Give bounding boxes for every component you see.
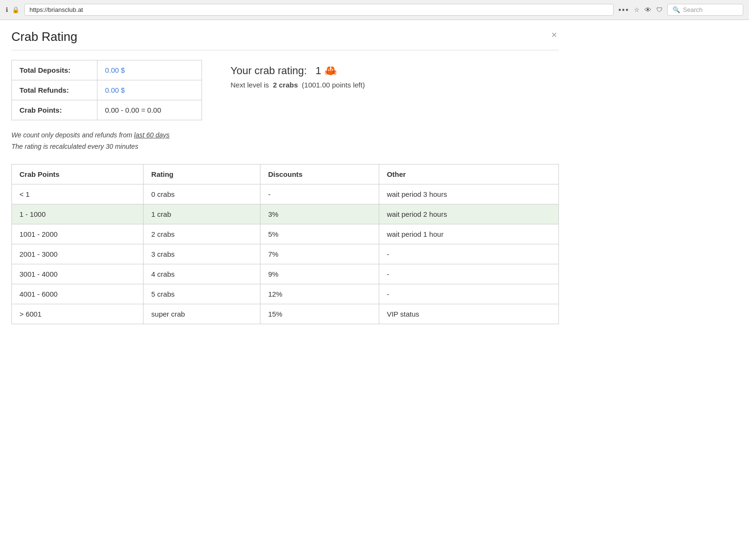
table-row: 3001 - 40004 crabs9%- [12, 264, 559, 284]
summary-value: 0.00 - 0.00 = 0.00 [97, 100, 202, 120]
table-cell-3: wait period 1 hour [379, 224, 558, 244]
col-header-points: Crab Points [12, 164, 144, 184]
table-cell-0: 1001 - 2000 [12, 224, 144, 244]
table-cell-2: 5% [260, 224, 379, 244]
table-cell-2: 9% [260, 264, 379, 284]
table-row: < 10 crabs-wait period 3 hours [12, 184, 559, 204]
page-title: Crab Rating [11, 29, 77, 44]
table-cell-1: 4 crabs [144, 264, 260, 284]
col-header-discounts: Discounts [260, 164, 379, 184]
note-line-1: We count only deposits and refunds from … [11, 130, 559, 141]
info-icon: ℹ [6, 6, 8, 13]
table-cell-2: - [260, 184, 379, 204]
eye-icon[interactable]: 👁 [644, 6, 652, 14]
shield-icon[interactable]: 🛡 [656, 6, 663, 13]
summary-row: Total Deposits:0.00 $ [12, 60, 202, 80]
rating-title: Your crab rating: 1 🦀 [230, 65, 365, 77]
last-60-days-link[interactable]: last 60 days [134, 131, 170, 139]
rating-number: 1 [316, 65, 321, 77]
table-cell-0: 1 - 1000 [12, 204, 144, 224]
table-cell-1: 1 crab [144, 204, 260, 224]
search-bar[interactable]: 🔍 Search [667, 4, 743, 16]
browser-icons-right: ••• ☆ 👁 🛡 [618, 6, 663, 14]
lock-icon: 🔒 [12, 6, 19, 13]
summary-value[interactable]: 0.00 $ [97, 60, 202, 80]
note-line-2: The rating is recalculated every 30 minu… [11, 141, 559, 153]
table-cell-0: 3001 - 4000 [12, 264, 144, 284]
table-cell-3: wait period 3 hours [379, 184, 558, 204]
rating-prefix: Your crab rating: [230, 65, 307, 77]
note-text-before: We count only deposits and refunds from [11, 131, 134, 139]
rating-display: Your crab rating: 1 🦀 Next level is 2 cr… [230, 60, 365, 120]
summary-label: Total Deposits: [12, 60, 97, 80]
col-header-other: Other [379, 164, 558, 184]
next-level-bold: 2 crabs [273, 81, 298, 89]
table-cell-0: < 1 [12, 184, 144, 204]
summary-label: Total Refunds: [12, 80, 97, 100]
summary-section: Total Deposits:0.00 $Total Refunds:0.00 … [11, 60, 559, 120]
table-cell-1: 3 crabs [144, 244, 260, 264]
browser-icons-left: ℹ 🔒 [6, 6, 19, 13]
table-cell-2: 15% [260, 304, 379, 324]
summary-label: Crab Points: [12, 100, 97, 120]
table-cell-3: wait period 2 hours [379, 204, 558, 224]
table-cell-2: 7% [260, 244, 379, 264]
page-header: Crab Rating × [11, 29, 559, 50]
table-cell-1: 2 crabs [144, 224, 260, 244]
table-cell-3: - [379, 284, 558, 304]
rating-subtitle: Next level is 2 crabs (1001.00 points le… [230, 81, 365, 89]
crab-rating-emoji: 🦀 [324, 65, 337, 77]
table-row: > 6001super crab15%VIP status [12, 304, 559, 324]
summary-row: Crab Points:0.00 - 0.00 = 0.00 [12, 100, 202, 120]
summary-value-link[interactable]: 0.00 $ [105, 86, 125, 94]
address-bar[interactable]: https://briansclub.at [24, 4, 614, 16]
summary-value-link[interactable]: 0.00 $ [105, 66, 125, 74]
table-cell-0: > 6001 [12, 304, 144, 324]
rating-table: Crab Points Rating Discounts Other < 10 … [11, 164, 559, 324]
table-row: 1 - 10001 crab3%wait period 2 hours [12, 204, 559, 224]
star-icon[interactable]: ☆ [634, 6, 640, 13]
table-cell-1: 5 crabs [144, 284, 260, 304]
summary-value[interactable]: 0.00 $ [97, 80, 202, 100]
table-cell-0: 4001 - 6000 [12, 284, 144, 304]
table-cell-3: - [379, 264, 558, 284]
summary-table: Total Deposits:0.00 $Total Refunds:0.00 … [11, 60, 202, 120]
menu-icon[interactable]: ••• [618, 6, 629, 14]
table-cell-2: 12% [260, 284, 379, 304]
search-icon: 🔍 [672, 6, 680, 13]
url-text: https://briansclub.at [29, 6, 83, 13]
table-cell-3: VIP status [379, 304, 558, 324]
table-row: 4001 - 60005 crabs12%- [12, 284, 559, 304]
table-row: 1001 - 20002 crabs5%wait period 1 hour [12, 224, 559, 244]
table-cell-1: super crab [144, 304, 260, 324]
close-button[interactable]: × [549, 29, 559, 40]
table-cell-1: 0 crabs [144, 184, 260, 204]
table-cell-2: 3% [260, 204, 379, 224]
next-level-suffix: (1001.00 points left) [302, 81, 365, 89]
browser-chrome: ℹ 🔒 https://briansclub.at ••• ☆ 👁 🛡 🔍 Se… [0, 0, 749, 20]
summary-row: Total Refunds:0.00 $ [12, 80, 202, 100]
next-level-prefix: Next level is [230, 81, 269, 89]
table-cell-0: 2001 - 3000 [12, 244, 144, 264]
page-content: Crab Rating × Total Deposits:0.00 $Total… [0, 20, 570, 334]
note-section: We count only deposits and refunds from … [11, 130, 559, 153]
table-row: 2001 - 30003 crabs7%- [12, 244, 559, 264]
table-header-row: Crab Points Rating Discounts Other [12, 164, 559, 184]
table-cell-3: - [379, 244, 558, 264]
search-placeholder: Search [683, 6, 702, 13]
col-header-rating: Rating [144, 164, 260, 184]
